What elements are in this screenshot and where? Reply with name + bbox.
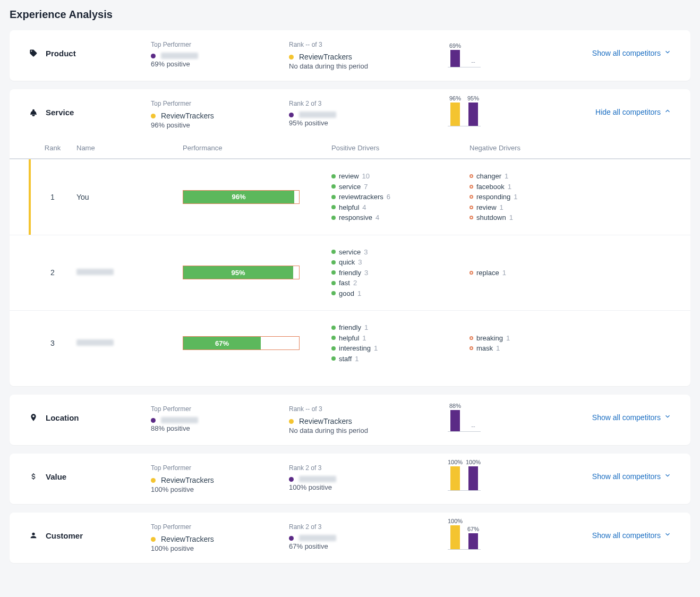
spark-bar xyxy=(450,410,460,431)
top-performer-positive: 100% positive xyxy=(151,544,289,552)
driver-count: 1 xyxy=(362,333,366,344)
rank-col: Rank 2 of 3 95% positive xyxy=(289,100,427,127)
top-performer-positive: 88% positive xyxy=(151,424,289,432)
rank-subtext: 95% positive xyxy=(289,119,427,127)
row-rank: 3 xyxy=(29,339,76,347)
driver-term: staff xyxy=(339,354,352,364)
driver-count: 1 xyxy=(364,322,368,333)
positive-driver-item: service 7 xyxy=(331,182,469,192)
show-competitors-link[interactable]: Show all competitors xyxy=(592,48,671,57)
dot-icon xyxy=(151,114,156,118)
red-ring-icon xyxy=(469,185,473,189)
show-competitors-link[interactable]: Show all competitors xyxy=(592,472,671,481)
driver-term: responsive xyxy=(339,212,372,223)
green-dot-icon xyxy=(331,195,336,199)
row-performance: 95% xyxy=(183,266,331,279)
driver-count: 1 xyxy=(514,192,517,202)
spark-chart: 100%67% xyxy=(448,523,481,550)
col-header-performance: Performance xyxy=(183,144,331,152)
toggle-link-label: Hide all competitors xyxy=(595,108,661,116)
top-performer-col: Top Performer 88% positive xyxy=(151,405,289,432)
spark-bar xyxy=(468,533,478,549)
row-performance: 96% xyxy=(183,190,331,204)
spark-label: 100% xyxy=(448,459,463,465)
chevron-down-icon xyxy=(664,48,671,57)
positive-drivers-cell: service 3 quick 3 friendly 3 fast 2 good… xyxy=(331,247,469,299)
spark-bar xyxy=(468,466,478,490)
competitor-row: 3 67% friendly 1 helpful 1 interesting 1… xyxy=(10,310,690,376)
spark-chart: 69%-- xyxy=(448,41,481,67)
green-dot-icon xyxy=(331,184,336,189)
red-ring-icon xyxy=(469,271,473,275)
top-performer-positive: 69% positive xyxy=(151,60,289,68)
green-dot-icon xyxy=(331,281,336,285)
bell-icon xyxy=(29,107,38,117)
blurred-name xyxy=(161,53,198,59)
driver-term: breaking xyxy=(476,333,503,344)
toggle-link-label: Show all competitors xyxy=(592,472,661,481)
category-card-value: Value Top Performer ReviewTrackers 100% … xyxy=(10,454,690,504)
driver-term: helpful xyxy=(339,333,359,344)
competitor-table: Rank Name Performance Positive Drivers N… xyxy=(10,140,690,386)
driver-count: 6 xyxy=(387,192,390,202)
spark-label: 88% xyxy=(449,403,461,409)
driver-term: friendly xyxy=(339,268,361,278)
spark-label: 100% xyxy=(448,518,463,524)
top-performer-col: Top Performer ReviewTrackers 100% positi… xyxy=(151,523,289,552)
category-card-service: Service Top Performer ReviewTrackers 96%… xyxy=(10,89,690,386)
rank-subtext: No data during this period xyxy=(289,62,427,70)
positive-driver-item: service 3 xyxy=(331,247,469,258)
category-card-location: Location Top Performer 88% positive Rank… xyxy=(10,395,690,445)
negative-driver-item: shutdown 1 xyxy=(469,212,608,223)
rank-name: ReviewTrackers xyxy=(299,53,352,61)
hide-competitors-link[interactable]: Hide all competitors xyxy=(595,107,671,116)
negative-drivers-cell: changer 1 facebook 1 responding 1 review… xyxy=(469,171,608,223)
spark-label: 100% xyxy=(466,459,481,465)
show-competitors-link[interactable]: Show all competitors xyxy=(592,413,671,422)
negative-driver-item: changer 1 xyxy=(469,171,608,182)
chevron-up-icon xyxy=(664,107,671,116)
driver-term: changer xyxy=(476,171,501,182)
row-name xyxy=(76,268,183,277)
driver-count: 3 xyxy=(358,257,362,268)
rank-heading: Rank 2 of 3 xyxy=(289,100,427,107)
spark-bar xyxy=(468,103,478,126)
category-summary-row: Customer Top Performer ReviewTrackers 10… xyxy=(10,513,690,563)
driver-count: 7 xyxy=(364,182,368,192)
red-ring-icon xyxy=(469,346,473,350)
competitor-row: 1 You 96% review 10 service 7 reviewtrac… xyxy=(10,158,690,235)
driver-count: 4 xyxy=(362,202,366,213)
rank-col: Rank 2 of 3 100% positive xyxy=(289,464,427,491)
row-name xyxy=(76,339,183,347)
dot-icon xyxy=(151,537,156,542)
rank-subtext: No data during this period xyxy=(289,427,427,434)
positive-driver-item: responsive 4 xyxy=(331,212,469,223)
show-competitors-link[interactable]: Show all competitors xyxy=(592,531,671,540)
category-summary-row: Service Top Performer ReviewTrackers 96%… xyxy=(10,89,690,140)
green-dot-icon xyxy=(331,205,336,209)
blurred-name xyxy=(76,269,114,275)
category-label: Customer xyxy=(29,523,151,540)
category-summary-row: Location Top Performer 88% positive Rank… xyxy=(10,395,690,445)
col-header-name: Name xyxy=(76,144,183,152)
driver-count: 1 xyxy=(374,343,378,354)
top-performer-name: ReviewTrackers xyxy=(161,535,214,543)
driver-count: 3 xyxy=(364,247,368,258)
dot-icon xyxy=(151,54,156,58)
dot-icon xyxy=(151,478,156,483)
green-dot-icon xyxy=(331,346,336,351)
driver-count: 1 xyxy=(509,212,513,223)
row-rank: 2 xyxy=(29,268,76,277)
rank-heading: Rank -- of 3 xyxy=(289,41,427,48)
rank-col: Rank -- of 3 ReviewTrackers No data duri… xyxy=(289,41,427,70)
rank-subtext: 100% positive xyxy=(289,483,427,491)
green-dot-icon xyxy=(331,270,336,275)
driver-count: 1 xyxy=(496,343,500,354)
positive-driver-item: helpful 1 xyxy=(331,333,469,344)
red-ring-icon xyxy=(469,195,473,199)
category-card-product: Product Top Performer 69% positive Rank … xyxy=(10,30,690,81)
green-dot-icon xyxy=(331,260,336,265)
tag-icon xyxy=(29,48,38,58)
category-name: Service xyxy=(46,108,74,117)
row-performance: 67% xyxy=(183,336,331,350)
